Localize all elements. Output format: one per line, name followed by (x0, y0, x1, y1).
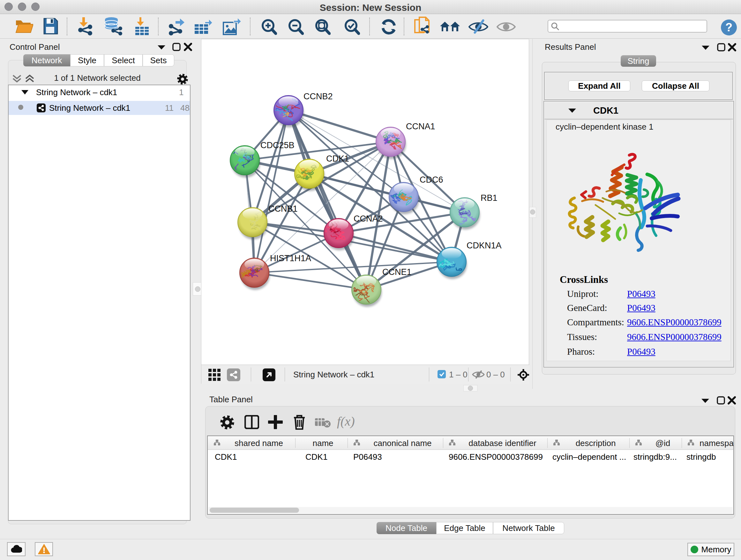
svg-text:?: ? (725, 21, 732, 34)
svg-text:CDKN1A: CDKN1A (467, 241, 502, 250)
svg-text:CCNA1: CCNA1 (406, 122, 435, 131)
svg-text:CCNE1: CCNE1 (382, 267, 412, 277)
svg-text:HIST1H1A: HIST1H1A (270, 253, 311, 263)
svg-text:CCNA2: CCNA2 (354, 214, 383, 224)
svg-text:CDC6: CDC6 (420, 175, 443, 185)
svg-text:CDK1: CDK1 (326, 154, 349, 164)
svg-text:RB1: RB1 (481, 193, 497, 203)
svg-text:CDC25B: CDC25B (260, 140, 294, 150)
svg-text:CCNB2: CCNB2 (304, 91, 333, 101)
svg-text:CCNB1: CCNB1 (268, 204, 298, 213)
